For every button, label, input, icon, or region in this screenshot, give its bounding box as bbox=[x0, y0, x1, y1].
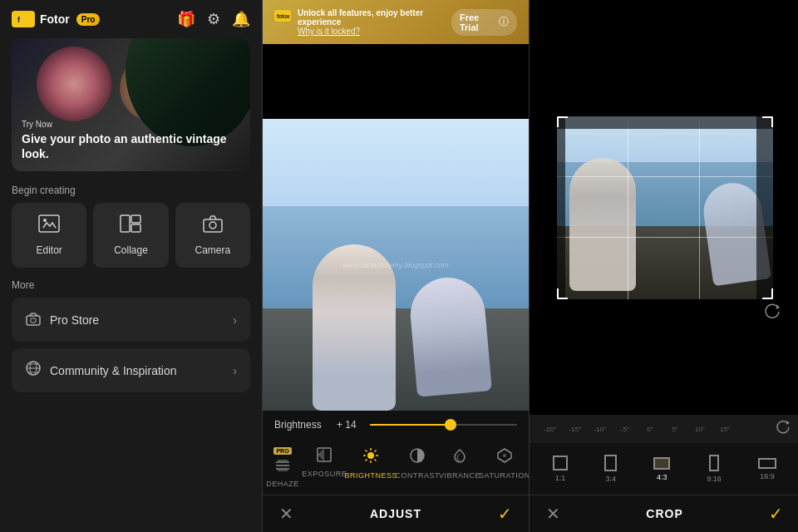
dehaze-tool[interactable]: PRO DEHAZE bbox=[263, 444, 303, 491]
ratio-9-16-label: 9:16 bbox=[707, 475, 722, 483]
crop-ratios: 1:1 3:4 4:3 9:16 16:9 bbox=[530, 443, 798, 495]
why-locked-link[interactable]: Why is it locked? bbox=[298, 27, 451, 36]
rotate-indicator[interactable] bbox=[765, 303, 781, 324]
exposure-tool[interactable]: EXPOSURE bbox=[303, 444, 347, 491]
editor-tool[interactable]: Editor bbox=[12, 203, 86, 268]
ratio-16-9[interactable]: 16:9 bbox=[753, 455, 781, 484]
camera-icon bbox=[202, 214, 224, 238]
ratio-16-9-icon bbox=[758, 458, 776, 469]
ruler-mark-3: -5° bbox=[613, 426, 638, 433]
svg-rect-2 bbox=[39, 215, 59, 232]
ruler-mark-4: 0° bbox=[638, 426, 663, 433]
svg-marker-36 bbox=[776, 304, 780, 309]
ratio-9-16-icon bbox=[709, 455, 719, 471]
crop-container bbox=[557, 116, 773, 299]
free-trial-icon: ⓘ bbox=[499, 15, 509, 29]
ratio-16-9-label: 16:9 bbox=[760, 472, 775, 480]
hero-text-area: Try Now Give your photo an authentic vin… bbox=[22, 120, 250, 161]
ruler-mark-6: 10° bbox=[687, 426, 712, 433]
watermark: www.ilahacademy.blogspot.com bbox=[342, 261, 448, 269]
adjust-confirm-button[interactable]: ✓ bbox=[498, 504, 512, 524]
crop-image bbox=[557, 116, 773, 299]
community-icon bbox=[25, 360, 42, 381]
crop-handle-br[interactable] bbox=[762, 288, 773, 299]
pro-store-chevron: › bbox=[233, 313, 237, 327]
pro-upgrade-banner[interactable]: fotor Unlock all features, enjoy better … bbox=[263, 0, 529, 44]
adjust-bottom-bar: ✕ ADJUST ✓ bbox=[263, 495, 529, 532]
logo-area: f Fotor Pro bbox=[12, 11, 100, 27]
collage-icon bbox=[120, 214, 141, 238]
slider-thumb[interactable] bbox=[445, 419, 456, 431]
brightness-tool[interactable]: BRIGHTNESS bbox=[347, 444, 397, 491]
contrast-icon bbox=[409, 447, 426, 468]
vibrance-icon bbox=[451, 447, 468, 468]
crop-handle-bl[interactable] bbox=[557, 288, 568, 299]
editor-icon bbox=[38, 214, 60, 238]
saturation-tool[interactable]: SATURATION bbox=[480, 444, 529, 491]
brightness-slider[interactable] bbox=[370, 424, 517, 426]
community-item[interactable]: Community & Inspiration › bbox=[12, 348, 250, 392]
hero-banner[interactable]: Try Now Give your photo an authentic vin… bbox=[12, 38, 250, 171]
gift-icon[interactable]: 🎁 bbox=[177, 10, 195, 28]
vibrance-label: VIBRANCE bbox=[439, 471, 480, 480]
ruler-mark-7: 15° bbox=[712, 426, 737, 433]
ratio-3-4-label: 3:4 bbox=[605, 475, 616, 483]
crop-shadow-top bbox=[557, 116, 773, 129]
ratio-1-1-label: 1:1 bbox=[555, 474, 566, 482]
ratio-9-16[interactable]: 9:16 bbox=[702, 451, 727, 486]
header-icons: 🎁 ⚙ 🔔 bbox=[177, 10, 250, 28]
svg-point-3 bbox=[43, 219, 47, 222]
pro-store-item[interactable]: Pro Store › bbox=[12, 298, 250, 342]
hero-title: Give your photo an authentic vintage loo… bbox=[22, 131, 250, 161]
free-trial-button[interactable]: Free Trial ⓘ bbox=[451, 9, 517, 36]
adjust-cancel-button[interactable]: ✕ bbox=[279, 504, 293, 524]
community-chevron: › bbox=[233, 364, 237, 377]
settings-icon[interactable]: ⚙ bbox=[207, 10, 220, 28]
person-b bbox=[407, 274, 492, 397]
ratio-4-3-icon bbox=[653, 457, 670, 470]
ruler-mark-2: -10° bbox=[588, 426, 613, 433]
crop-handle-tl[interactable] bbox=[557, 116, 568, 127]
ruler-reset-button[interactable] bbox=[776, 420, 791, 438]
crop-photo-area bbox=[530, 0, 798, 415]
svg-point-8 bbox=[209, 222, 216, 229]
ratio-1-1[interactable]: 1:1 bbox=[548, 452, 573, 485]
ruler-bar: -20° -15° -10° -5° 0° 5° 10° 15° bbox=[530, 415, 798, 443]
dehaze-icon bbox=[274, 459, 291, 476]
crop-title: CROP bbox=[646, 507, 682, 520]
crop-handle-tr[interactable] bbox=[762, 116, 773, 127]
crop-cancel-button[interactable]: ✕ bbox=[546, 504, 560, 524]
editor-label: Editor bbox=[36, 244, 62, 256]
pro-store-label: Pro Store bbox=[50, 313, 99, 327]
grid-h2 bbox=[557, 237, 773, 238]
crop-bottom-bar: ✕ CROP ✓ bbox=[530, 495, 798, 532]
contrast-tool[interactable]: CONTRAST bbox=[396, 444, 439, 491]
pro-banner-text-area: Unlock all features, enjoy better experi… bbox=[298, 8, 451, 36]
brightness-icon bbox=[362, 447, 379, 468]
flower-1 bbox=[37, 47, 111, 121]
crop-confirm-button[interactable]: ✓ bbox=[769, 504, 783, 524]
collage-tool[interactable]: Collage bbox=[93, 203, 168, 268]
tools-row: Editor Collage Camera bbox=[0, 203, 262, 276]
ratio-4-3[interactable]: 4:3 bbox=[648, 454, 675, 485]
community-label: Community & Inspiration bbox=[50, 364, 177, 377]
pro-badge: Pro bbox=[76, 13, 101, 26]
more-label: More bbox=[0, 276, 262, 298]
slider-fill bbox=[370, 424, 451, 426]
pro-main-text: Unlock all features, enjoy better experi… bbox=[298, 8, 451, 27]
couple-photo-area: www.ilahacademy.blogspot.com bbox=[263, 119, 529, 411]
ratio-4-3-label: 4:3 bbox=[657, 473, 667, 481]
svg-line-31 bbox=[375, 451, 377, 452]
camera-tool[interactable]: Camera bbox=[175, 203, 250, 268]
vibrance-tool[interactable]: VIBRANCE bbox=[439, 444, 480, 491]
ruler-mark-5: 5° bbox=[663, 426, 687, 433]
crop-shadow-right bbox=[756, 116, 773, 299]
begin-creating-label: Begin creating bbox=[0, 180, 262, 203]
svg-line-30 bbox=[375, 460, 377, 461]
couple-figures bbox=[296, 228, 495, 411]
collage-label: Collage bbox=[114, 244, 148, 256]
crop-person-a bbox=[569, 158, 636, 291]
grid-v1 bbox=[628, 116, 628, 299]
bell-icon[interactable]: 🔔 bbox=[232, 10, 250, 28]
ratio-3-4[interactable]: 3:4 bbox=[599, 451, 622, 486]
